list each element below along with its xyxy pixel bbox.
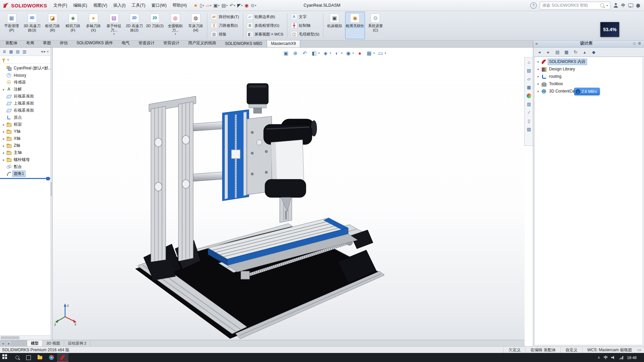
filter-caret-icon[interactable] (7, 58, 9, 61)
expand-arrow-icon[interactable] (537, 60, 540, 63)
rollback-bar[interactable] (0, 178, 50, 179)
input-method-indicator[interactable]: 中 (604, 355, 607, 360)
task-pane-toggle-icon[interactable] (637, 348, 642, 352)
task-pane-tab[interactable]: ∕ (526, 110, 532, 115)
feature-tree-item[interactable]: 框架 (0, 121, 50, 128)
ribbon-large-button[interactable]: ◍ 车床刀路(H) (186, 12, 206, 39)
expand-arrow-icon[interactable] (2, 137, 5, 140)
expand-arrow-icon[interactable] (2, 158, 5, 162)
dropdown-caret-icon[interactable] (341, 52, 342, 55)
scrollbar-thumb[interactable] (1, 336, 19, 339)
hud-button[interactable]: ◈ (322, 50, 331, 57)
quick-access-button[interactable]: ▱ (205, 2, 212, 8)
toolbar-button[interactable]: ▴ (581, 49, 588, 55)
design-library-item[interactable]: routing (535, 73, 643, 80)
expand-arrow-icon[interactable] (537, 89, 540, 93)
task-pane-tab[interactable]: ▤ (526, 68, 532, 73)
document-tab[interactable]: 模型 (27, 340, 43, 347)
task-view-button[interactable] (23, 353, 34, 362)
task-pane-tab[interactable]: ▦ (526, 84, 532, 90)
ribbon-large-button[interactable]: ▤ 基于特征刀... (104, 12, 124, 39)
hud-button[interactable]: ▭ (377, 50, 386, 57)
hud-button[interactable]: ◐ (333, 50, 342, 57)
ribbon-large-button[interactable]: ◈ 精切刀路(F) (63, 12, 83, 39)
feature-tree-item[interactable]: 圆角1 (0, 170, 50, 177)
menu-item[interactable]: 窗口(W) (148, 0, 169, 11)
ribbon-small-button[interactable]: ◧ 屏幕视图 = WCS (245, 31, 285, 38)
network-icon[interactable] (619, 356, 623, 359)
dropdown-caret-icon[interactable] (318, 52, 320, 55)
task-pane-tab[interactable]: ▯ (526, 118, 532, 124)
design-library-item[interactable]: Toolbox (535, 80, 643, 87)
dropdown-caret-icon[interactable] (226, 4, 228, 7)
panel-splitter[interactable] (50, 47, 53, 340)
dropdown-caret-icon[interactable] (175, 33, 176, 36)
dropdown-caret-icon[interactable] (218, 4, 219, 7)
feature-tree-item[interactable]: 传感器 (0, 79, 50, 86)
quick-access-button[interactable]: ★ (193, 2, 199, 8)
design-library-item[interactable]: Design Library (535, 65, 643, 73)
login-user-icon[interactable] (613, 3, 618, 8)
tab-scroll-left-icon[interactable] (0, 340, 6, 347)
expand-arrow-icon[interactable] (2, 88, 5, 91)
ribbon-small-button[interactable]: ╳ 刀路修剪(I) (209, 22, 241, 29)
graphics-viewport[interactable]: ▣ ⊕ ↶ ◧ ◈ (52, 47, 525, 340)
ribbon-large-button[interactable]: ⊙ 系统设置(C) (366, 12, 385, 39)
quick-access-button[interactable]: ⊙ (250, 2, 257, 8)
hud-button[interactable]: ● (356, 50, 363, 57)
tray-overflow-icon[interactable] (597, 355, 600, 360)
hud-button[interactable]: ⊕ (292, 50, 299, 57)
ribbon-small-button[interactable]: ≣ 多线程管理(G) (245, 22, 285, 29)
dropdown-caret-icon[interactable] (113, 33, 115, 36)
ribbon-large-button[interactable]: 2D 2D 高速刀路(2) (124, 12, 144, 39)
dropdown-caret-icon[interactable] (385, 52, 386, 55)
document-tab[interactable]: 运动算例 2 (64, 340, 91, 347)
quick-access-button[interactable]: ▤ (220, 2, 228, 8)
feature-tree-item[interactable]: CyanReal (默认<默... (0, 65, 50, 72)
quick-access-button[interactable]: ◉ (244, 2, 250, 8)
menu-item[interactable]: 文件(F) (50, 0, 70, 11)
expand-arrow-icon[interactable] (537, 82, 540, 85)
start-button[interactable] (0, 353, 11, 362)
ribbon-small-button[interactable]: ╋ 绘制轴 (289, 22, 321, 29)
help-search-input[interactable]: 搜索 SOLIDWORKS 帮助 (540, 2, 610, 9)
quick-access-button[interactable]: ▯ (199, 2, 205, 8)
tab-scroll-right-icon[interactable] (44, 49, 46, 54)
menu-item[interactable]: 编辑(E) (70, 0, 90, 11)
splitter-grip[interactable] (51, 182, 52, 196)
task-pane-tab[interactable]: ▨ (526, 126, 532, 132)
pane-options-icon[interactable] (637, 41, 642, 46)
feature-tree-item[interactable]: 注解 (0, 86, 50, 93)
solidworks-taskbar-button[interactable] (57, 353, 68, 362)
ribbon-small-button[interactable]: ⇄ 路径转换(T) (209, 13, 241, 20)
ribbon-small-button[interactable]: A 文字 (289, 13, 321, 20)
collapse-pane-icon[interactable] (535, 41, 541, 46)
filter-icon[interactable] (2, 59, 5, 61)
dropdown-caret-icon[interactable] (234, 4, 235, 7)
feature-tree-item[interactable]: X轴 (0, 135, 50, 142)
ribbon-large-button[interactable]: ◎ 全圆铣削刀... (165, 12, 185, 39)
task-pane-tab[interactable]: ▱ (526, 76, 532, 82)
menu-item[interactable]: 帮助(H) (170, 0, 190, 11)
expand-arrow-icon[interactable] (2, 130, 5, 133)
file-explorer-button[interactable] (34, 353, 46, 362)
task-pane-tab[interactable]: ⌂ (526, 59, 532, 65)
display-manager-tab-icon[interactable] (22, 49, 27, 54)
dropdown-caret-icon[interactable] (255, 4, 256, 7)
hud-button[interactable]: ▣ (282, 50, 289, 57)
feature-tree-item[interactable]: Z轴 (0, 142, 50, 149)
ribbon-large-button[interactable]: ● 多轴刀路(X) (84, 12, 103, 39)
toolbar-button[interactable]: ↻ (572, 49, 579, 55)
ribbon-small-button[interactable]: ◫ 毛坯模型(S) (289, 31, 321, 38)
expand-arrow-icon[interactable] (2, 144, 5, 147)
dropdown-caret-icon[interactable] (353, 52, 354, 55)
toolbar-button[interactable]: ▸ (545, 49, 552, 55)
toolbar-button[interactable]: ◂ (536, 49, 543, 55)
feature-tree-item[interactable]: 上视基准面 (0, 100, 50, 107)
feature-tree-item[interactable]: History (0, 72, 50, 79)
expand-arrow-icon[interactable] (2, 151, 5, 155)
feature-tree-item[interactable]: 配合 (0, 163, 50, 170)
tab-overflow-icon[interactable] (47, 49, 49, 54)
feature-tree-item[interactable]: 前视基准面 (0, 93, 50, 100)
taskbar-search-button[interactable] (11, 353, 23, 362)
